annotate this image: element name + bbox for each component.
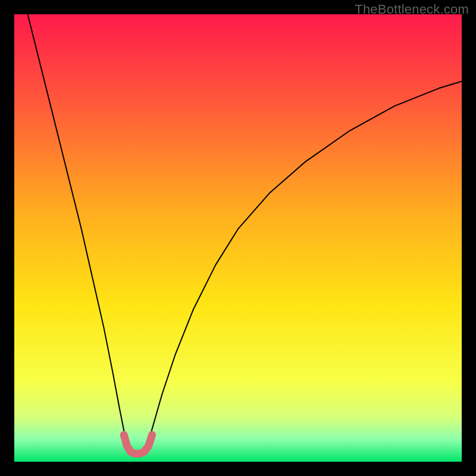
chart-frame (14, 14, 462, 462)
chart-background (14, 14, 462, 462)
chart-plot (14, 14, 462, 462)
watermark-text: TheBottleneck.com (355, 2, 469, 17)
